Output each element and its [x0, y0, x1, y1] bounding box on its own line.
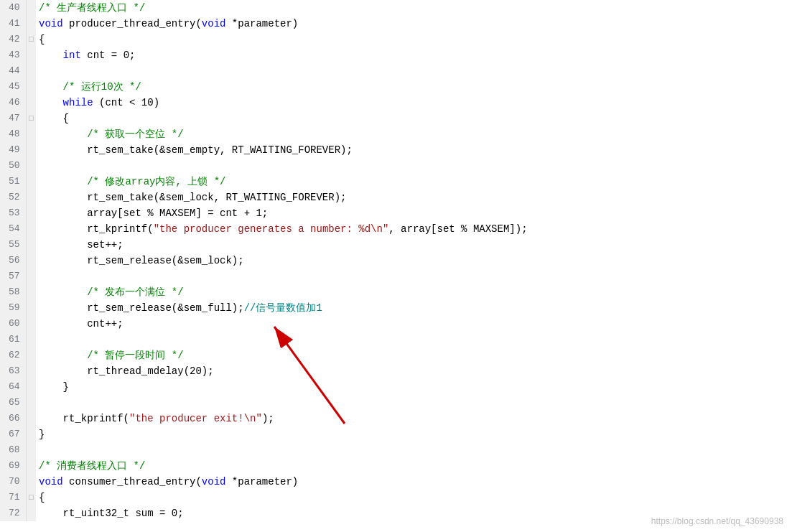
table-row: 49 rt_sem_take(&sem_empty, RT_WAITING_FO…: [0, 142, 792, 158]
line-number: 45: [0, 79, 26, 95]
code-content: set++;: [36, 237, 792, 253]
fold-icon: [26, 411, 36, 426]
line-number: 49: [0, 142, 26, 158]
line-number: 59: [0, 300, 26, 316]
fold-icon[interactable]: □: [26, 32, 36, 47]
table-row: 55 set++;: [0, 237, 792, 253]
code-content: rt_kprintf("the producer generates a num…: [36, 221, 792, 237]
fold-icon: [26, 16, 36, 32]
code-content: rt_sem_take(&sem_lock, RT_WAITING_FOREVE…: [36, 190, 792, 205]
code-segment: }: [39, 429, 45, 440]
line-number: 60: [0, 316, 26, 332]
watermark: https://blog.csdn.net/qq_43690938: [651, 516, 783, 526]
table-row: 48 /* 获取一个空位 */: [0, 126, 792, 142]
code-content: int cnt = 0;: [36, 47, 792, 63]
table-row: 71□{: [0, 490, 792, 505]
code-segment: set++;: [39, 239, 124, 251]
fold-icon: [26, 363, 36, 379]
line-number: 52: [0, 190, 26, 205]
code-content: rt_sem_take(&sem_empty, RT_WAITING_FOREV…: [36, 142, 792, 158]
line-number: 51: [0, 174, 26, 190]
table-row: 50: [0, 158, 792, 174]
line-number: 50: [0, 158, 26, 174]
fold-icon[interactable]: □: [26, 111, 36, 126]
fold-icon: [26, 47, 36, 63]
table-row: 53 array[set % MAXSEM] = cnt + 1;: [0, 205, 792, 221]
table-row: 63 rt_thread_mdelay(20);: [0, 363, 792, 379]
line-number: 53: [0, 205, 26, 221]
line-number: 64: [0, 379, 26, 395]
fold-icon: [26, 63, 36, 79]
code-content: /* 消费者线程入口 */: [36, 458, 792, 474]
table-row: 62 /* 暂停一段时间 */: [0, 347, 792, 363]
code-segment: rt_sem_take(&sem_empty, RT_WAITING_FOREV…: [39, 144, 353, 156]
code-table: 40/* 生产者线程入口 */41void producer_thread_en…: [0, 0, 792, 521]
table-row: 46 while (cnt < 10): [0, 95, 792, 111]
fold-icon: [26, 332, 36, 347]
code-segment: //信号量数值加1: [244, 302, 322, 314]
fold-icon: [26, 458, 36, 474]
fold-icon: [26, 379, 36, 395]
code-content: while (cnt < 10): [36, 95, 792, 111]
table-row: 67}: [0, 426, 792, 442]
code-content: /* 发布一个满位 */: [36, 284, 792, 300]
code-segment: }: [39, 381, 69, 393]
table-row: 51 /* 修改array内容, 上锁 */: [0, 174, 792, 190]
code-segment: rt_uint32_t sum = 0;: [39, 508, 184, 519]
code-segment: rt_kprintf(: [39, 223, 154, 235]
code-segment: cnt = 0;: [81, 50, 136, 61]
code-segment: rt_sem_release(&sem_full);: [39, 302, 244, 314]
fold-icon: [26, 442, 36, 458]
line-number: 68: [0, 442, 26, 458]
line-number: 46: [0, 95, 26, 111]
table-row: 65: [0, 395, 792, 411]
code-segment: [39, 97, 63, 108]
code-segment: /* 生产者线程入口 */: [39, 2, 145, 14]
fold-icon: [26, 174, 36, 190]
code-content: [36, 442, 792, 458]
code-segment: [39, 176, 87, 187]
table-row: 44: [0, 63, 792, 79]
code-content: {: [36, 490, 792, 505]
fold-icon[interactable]: □: [26, 490, 36, 505]
line-number: 67: [0, 426, 26, 442]
line-number: 47: [0, 111, 26, 126]
line-number: 65: [0, 395, 26, 411]
code-segment: *parameter): [225, 476, 298, 487]
code-segment: );: [262, 413, 274, 424]
code-content: /* 暂停一段时间 */: [36, 347, 792, 363]
code-content: array[set % MAXSEM] = cnt + 1;: [36, 205, 792, 221]
table-row: 58 /* 发布一个满位 */: [0, 284, 792, 300]
code-content: }: [36, 426, 792, 442]
line-number: 70: [0, 474, 26, 490]
line-number: 58: [0, 284, 26, 300]
code-segment: [39, 50, 63, 61]
line-number: 61: [0, 332, 26, 347]
code-segment: /* 暂停一段时间 */: [87, 350, 183, 361]
line-number: 69: [0, 458, 26, 474]
code-segment: void: [39, 18, 63, 29]
code-content: rt_sem_release(&sem_full);//信号量数值加1: [36, 300, 792, 316]
table-row: 69/* 消费者线程入口 */: [0, 458, 792, 474]
table-row: 52 rt_sem_take(&sem_lock, RT_WAITING_FOR…: [0, 190, 792, 205]
code-segment: int: [63, 50, 81, 61]
line-number: 48: [0, 126, 26, 142]
code-segment: /* 运行10次 */: [63, 81, 141, 93]
line-number: 62: [0, 347, 26, 363]
line-number: 56: [0, 253, 26, 269]
code-content: /* 获取一个空位 */: [36, 126, 792, 142]
code-content: {: [36, 32, 792, 47]
code-segment: /* 消费者线程入口 */: [39, 460, 145, 472]
fold-icon: [26, 142, 36, 158]
table-row: 64 }: [0, 379, 792, 395]
code-segment: void: [39, 476, 63, 487]
fold-icon: [26, 284, 36, 300]
fold-icon: [26, 126, 36, 142]
code-segment: cnt++;: [39, 318, 124, 330]
code-content: [36, 158, 792, 174]
table-row: 54 rt_kprintf("the producer generates a …: [0, 221, 792, 237]
code-content: /* 生产者线程入口 */: [36, 0, 792, 16]
table-row: 40/* 生产者线程入口 */: [0, 0, 792, 16]
fold-icon: [26, 237, 36, 253]
fold-icon: [26, 205, 36, 221]
